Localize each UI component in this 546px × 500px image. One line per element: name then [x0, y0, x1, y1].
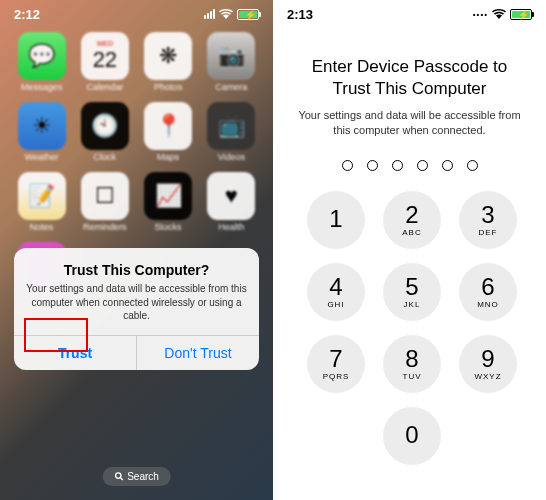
- app-videos[interactable]: 📺Videos: [204, 102, 259, 162]
- weather-icon: ☀: [18, 102, 66, 150]
- dialog-title: Trust This Computer?: [26, 262, 247, 278]
- app-weather[interactable]: ☀Weather: [14, 102, 69, 162]
- time-right: 2:13: [287, 7, 313, 22]
- app-clock[interactable]: 🕙Clock: [77, 102, 132, 162]
- calendar-icon: WED22: [81, 32, 129, 80]
- maps-icon: 📍: [144, 102, 192, 150]
- key-0[interactable]: 0: [383, 407, 441, 465]
- stocks-icon: 📈: [144, 172, 192, 220]
- time-left: 2:12: [14, 7, 40, 22]
- dont-trust-button[interactable]: Don't Trust: [137, 336, 259, 370]
- passcode-dot: [392, 160, 403, 171]
- trust-dialog: Trust This Computer? Your settings and d…: [14, 248, 259, 370]
- dialog-message: Your settings and data will be accessibl…: [26, 282, 247, 323]
- notes-icon: 📝: [18, 172, 66, 220]
- app-stocks[interactable]: 📈Stocks: [141, 172, 196, 232]
- search-pill[interactable]: Search: [102, 467, 171, 486]
- key-2[interactable]: 2ABC: [383, 191, 441, 249]
- app-health[interactable]: ♥Health: [204, 172, 259, 232]
- videos-icon: 📺: [207, 102, 255, 150]
- messages-icon: 💬: [18, 32, 66, 80]
- search-icon: [114, 472, 123, 481]
- trust-button[interactable]: Trust: [14, 336, 137, 370]
- clock-icon: 🕙: [81, 102, 129, 150]
- key-1[interactable]: 1: [307, 191, 365, 249]
- key-6[interactable]: 6MNO: [459, 263, 517, 321]
- battery-icon: ⚡: [510, 9, 532, 20]
- passcode-dot: [417, 160, 428, 171]
- app-reminders[interactable]: ☐Reminders: [77, 172, 132, 232]
- passcode-dot: [467, 160, 478, 171]
- passcode-dots: [273, 146, 546, 183]
- key-5[interactable]: 5JKL: [383, 263, 441, 321]
- signal-icon: [204, 9, 215, 19]
- app-notes[interactable]: 📝Notes: [14, 172, 69, 232]
- app-camera[interactable]: 📷Camera: [204, 32, 259, 92]
- key-4[interactable]: 4GHI: [307, 263, 365, 321]
- camera-icon: 📷: [207, 32, 255, 80]
- svg-line-1: [120, 478, 122, 480]
- passcode-title: Enter Device Passcode to Trust This Comp…: [297, 56, 522, 100]
- key-8[interactable]: 8TUV: [383, 335, 441, 393]
- app-calendar[interactable]: WED22Calendar: [77, 32, 132, 92]
- home-screen: 2:12 ⚡ 💬Messages WED22Calendar ❋Photos 📷…: [0, 0, 273, 500]
- status-icons-left: ⚡: [204, 9, 259, 20]
- passcode-dot: [342, 160, 353, 171]
- battery-icon: ⚡: [237, 9, 259, 20]
- app-photos[interactable]: ❋Photos: [141, 32, 196, 92]
- health-icon: ♥: [207, 172, 255, 220]
- photos-icon: ❋: [144, 32, 192, 80]
- wifi-icon: [492, 9, 506, 19]
- status-bar-right: 2:13 •••• ⚡: [273, 0, 546, 24]
- app-maps[interactable]: 📍Maps: [141, 102, 196, 162]
- passcode-dot: [367, 160, 378, 171]
- wifi-icon: [219, 9, 233, 19]
- passcode-screen: 2:13 •••• ⚡ Enter Device Passcode to Tru…: [273, 0, 546, 500]
- status-icons-right: •••• ⚡: [473, 9, 532, 20]
- status-bar-left: 2:12 ⚡: [0, 0, 273, 24]
- passcode-subtitle: Your settings and data will be accessibl…: [297, 108, 522, 138]
- key-7[interactable]: 7PQRS: [307, 335, 365, 393]
- dots-icon: ••••: [473, 10, 488, 19]
- passcode-dot: [442, 160, 453, 171]
- reminders-icon: ☐: [81, 172, 129, 220]
- key-9[interactable]: 9WXYZ: [459, 335, 517, 393]
- svg-point-0: [115, 473, 120, 478]
- key-3[interactable]: 3DEF: [459, 191, 517, 249]
- keypad: 1 2ABC 3DEF 4GHI 5JKL 6MNO 7PQRS 8TUV 9W…: [273, 183, 546, 473]
- app-messages[interactable]: 💬Messages: [14, 32, 69, 92]
